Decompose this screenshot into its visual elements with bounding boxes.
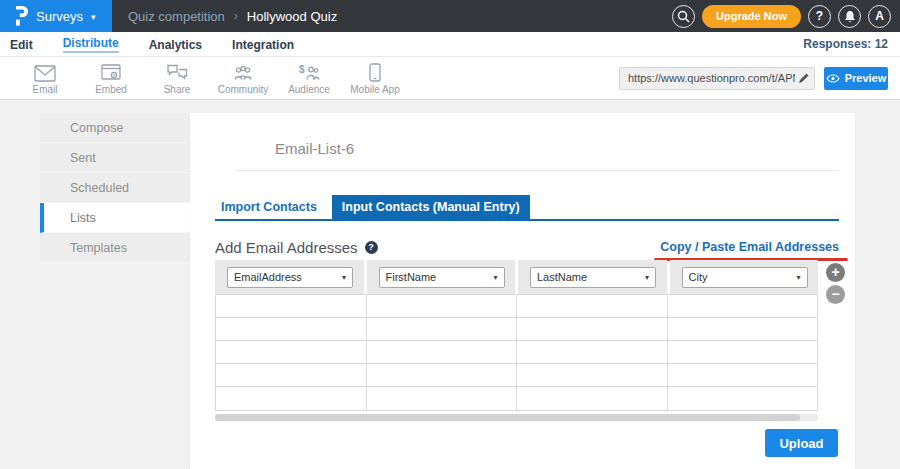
survey-url-field[interactable] (619, 67, 815, 90)
add-emails-header-row: Add Email Addresses ? Copy / Paste Email… (215, 235, 839, 259)
title-divider (235, 170, 839, 171)
toolbar-item-mobile-app[interactable]: Mobile App (342, 62, 408, 95)
product-menu[interactable]: Surveys ▾ (0, 0, 112, 32)
table-row (216, 364, 817, 387)
table-cell[interactable] (367, 318, 518, 340)
table-header-cell: EmailAddress▾ (215, 260, 364, 294)
edit-url-pencil-icon[interactable] (798, 73, 809, 84)
remove-column-button[interactable]: − (826, 285, 845, 304)
table-cell[interactable] (517, 364, 668, 386)
content-area: Compose Sent Scheduled Lists Templates E… (0, 101, 900, 469)
breadcrumb-parent[interactable]: Quiz competition (128, 9, 225, 24)
table-cell[interactable] (216, 341, 367, 363)
preview-label: Preview (845, 72, 887, 84)
app-window: Surveys ▾ Quiz competition › Hollywood Q… (0, 0, 900, 469)
toolbar-item-label: Share (164, 84, 191, 95)
table-row (216, 341, 817, 364)
toolbar-item-label: Mobile App (350, 84, 399, 95)
table-cell[interactable] (668, 364, 818, 386)
column-select-firstname[interactable]: FirstName▾ (379, 267, 505, 288)
table-row (216, 295, 817, 318)
notifications-button[interactable] (838, 5, 861, 28)
breadcrumb-separator-icon: › (234, 9, 238, 23)
audience-icon: $ (298, 62, 320, 82)
nav-item-analytics[interactable]: Analytics (149, 37, 202, 52)
chevron-down-icon: ▾ (645, 273, 649, 282)
chevron-down-icon: ▾ (493, 273, 497, 282)
table-cell[interactable] (517, 387, 668, 410)
toolbar-item-audience[interactable]: $ Audience (276, 62, 342, 95)
table-cell[interactable] (517, 341, 668, 363)
copy-paste-email-addresses-link[interactable]: Copy / Paste Email Addresses (660, 240, 839, 254)
table-cell[interactable] (668, 387, 818, 410)
column-select-lastname[interactable]: LastName▾ (530, 267, 656, 288)
chevron-down-icon: ▾ (91, 12, 96, 22)
list-title: Email-List-6 (275, 140, 354, 157)
breadcrumb: Quiz competition › Hollywood Quiz (128, 9, 337, 24)
sidebar-item-sent[interactable]: Sent (40, 143, 190, 173)
distribute-toolbar: Email Embed Share Community $ Audience (0, 57, 900, 100)
column-select-city[interactable]: City▾ (682, 267, 808, 288)
share-icon (166, 62, 188, 82)
contact-table-header: EmailAddress▾FirstName▾LastName▾City▾ (215, 260, 818, 294)
column-select-emailaddress[interactable]: EmailAddress▾ (227, 267, 353, 288)
table-cell[interactable] (216, 364, 367, 386)
sidebar-item-lists[interactable]: Lists (40, 203, 190, 233)
bell-icon (844, 10, 856, 23)
upload-button[interactable]: Upload (765, 429, 838, 457)
tab-input-contacts-manual-entry[interactable]: Input Contacts (Manual Entry) (332, 195, 530, 219)
help-question-icon[interactable]: ? (365, 241, 378, 254)
table-cell[interactable] (367, 364, 518, 386)
scrollbar-thumb[interactable] (215, 414, 800, 421)
avatar[interactable]: A (868, 5, 891, 28)
column-select-value: City (689, 271, 708, 283)
table-cell[interactable] (668, 318, 818, 340)
svg-text:$: $ (299, 64, 305, 75)
contact-table-body (215, 294, 818, 411)
search-button[interactable] (672, 5, 695, 28)
table-row (216, 387, 817, 410)
toolbar-item-email[interactable]: Email (12, 62, 78, 95)
toolbar-item-share[interactable]: Share (144, 62, 210, 95)
nav-item-edit[interactable]: Edit (10, 37, 33, 52)
table-cell[interactable] (668, 341, 818, 363)
community-icon (232, 62, 254, 82)
table-cell[interactable] (216, 295, 367, 317)
table-cell[interactable] (367, 387, 518, 410)
table-cell[interactable] (367, 295, 518, 317)
nav-item-integration[interactable]: Integration (232, 37, 294, 52)
table-header-cell: LastName▾ (518, 260, 667, 294)
table-cell[interactable] (668, 295, 818, 317)
embed-icon (101, 62, 121, 82)
breadcrumb-current: Hollywood Quiz (247, 9, 337, 24)
table-cell[interactable] (216, 318, 367, 340)
sidebar-item-scheduled[interactable]: Scheduled (40, 173, 190, 203)
contacts-tabs: Import Contacts Input Contacts (Manual E… (215, 195, 839, 221)
toolbar-item-community[interactable]: Community (210, 62, 276, 95)
add-column-button[interactable]: + (826, 263, 845, 282)
table-cell[interactable] (517, 318, 668, 340)
survey-url-input[interactable] (628, 72, 795, 84)
column-select-value: EmailAddress (234, 271, 302, 283)
survey-nav: Edit Distribute Analytics Integration Re… (0, 32, 900, 57)
upgrade-now-button[interactable]: Upgrade Now (702, 5, 801, 28)
sidebar-item-templates[interactable]: Templates (40, 233, 190, 263)
toolbar-item-embed[interactable]: Embed (78, 62, 144, 95)
help-button[interactable]: ? (808, 5, 831, 28)
toolbar-item-label: Embed (95, 84, 127, 95)
eye-icon (826, 74, 840, 83)
contact-entry-table: EmailAddress▾FirstName▾LastName▾City▾ (215, 260, 818, 411)
top-header: Surveys ▾ Quiz competition › Hollywood Q… (0, 0, 900, 32)
column-select-value: LastName (537, 271, 587, 283)
preview-button[interactable]: Preview (824, 67, 888, 90)
responses-count[interactable]: Responses: 12 (803, 37, 888, 51)
table-cell[interactable] (216, 387, 367, 410)
chevron-down-icon: ▾ (342, 273, 346, 282)
nav-item-distribute[interactable]: Distribute (63, 35, 119, 53)
table-cell[interactable] (517, 295, 668, 317)
tab-import-contacts[interactable]: Import Contacts (215, 195, 323, 219)
sidebar-item-compose[interactable]: Compose (40, 113, 190, 143)
search-icon (677, 10, 690, 23)
table-cell[interactable] (367, 341, 518, 363)
column-select-value: FirstName (386, 271, 437, 283)
